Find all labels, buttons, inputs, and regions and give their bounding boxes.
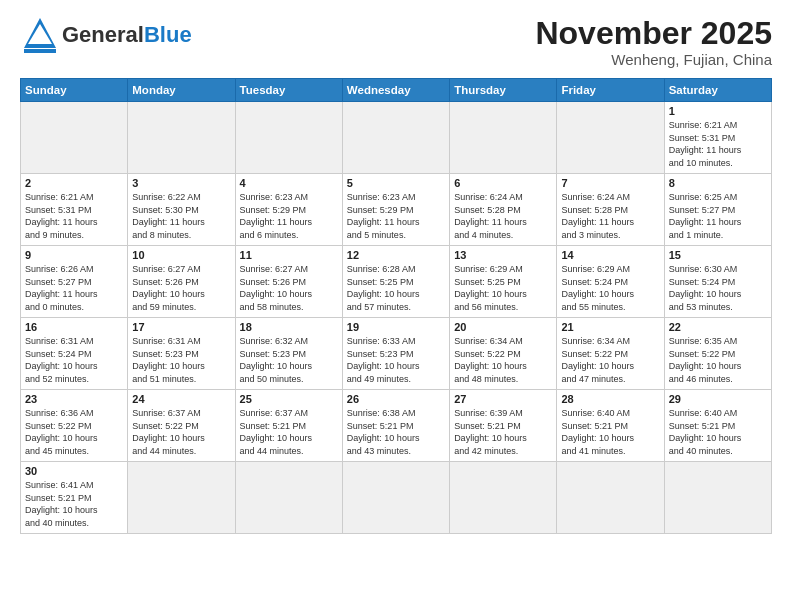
svg-rect-2	[24, 49, 56, 53]
calendar-week-0: 1Sunrise: 6:21 AM Sunset: 5:31 PM Daylig…	[21, 102, 772, 174]
calendar-day: 15Sunrise: 6:30 AM Sunset: 5:24 PM Dayli…	[664, 246, 771, 318]
day-info: Sunrise: 6:27 AM Sunset: 5:26 PM Dayligh…	[240, 263, 338, 313]
calendar-day: 1Sunrise: 6:21 AM Sunset: 5:31 PM Daylig…	[664, 102, 771, 174]
day-number: 9	[25, 249, 123, 261]
day-number: 21	[561, 321, 659, 333]
calendar-day: 21Sunrise: 6:34 AM Sunset: 5:22 PM Dayli…	[557, 318, 664, 390]
day-info: Sunrise: 6:34 AM Sunset: 5:22 PM Dayligh…	[454, 335, 552, 385]
calendar-day: 16Sunrise: 6:31 AM Sunset: 5:24 PM Dayli…	[21, 318, 128, 390]
calendar-week-3: 16Sunrise: 6:31 AM Sunset: 5:24 PM Dayli…	[21, 318, 772, 390]
day-info: Sunrise: 6:31 AM Sunset: 5:24 PM Dayligh…	[25, 335, 123, 385]
day-number: 13	[454, 249, 552, 261]
day-info: Sunrise: 6:21 AM Sunset: 5:31 PM Dayligh…	[669, 119, 767, 169]
page-title: November 2025	[535, 16, 772, 51]
calendar-day: 19Sunrise: 6:33 AM Sunset: 5:23 PM Dayli…	[342, 318, 449, 390]
calendar-day: 3Sunrise: 6:22 AM Sunset: 5:30 PM Daylig…	[128, 174, 235, 246]
calendar-day: 27Sunrise: 6:39 AM Sunset: 5:21 PM Dayli…	[450, 390, 557, 462]
day-number: 24	[132, 393, 230, 405]
calendar-day	[342, 462, 449, 533]
day-number: 6	[454, 177, 552, 189]
calendar-day	[664, 462, 771, 533]
calendar-day: 28Sunrise: 6:40 AM Sunset: 5:21 PM Dayli…	[557, 390, 664, 462]
col-friday: Friday	[557, 79, 664, 102]
header: GeneralBlue November 2025 Wenheng, Fujia…	[20, 16, 772, 68]
calendar-day	[21, 102, 128, 174]
day-number: 22	[669, 321, 767, 333]
day-number: 7	[561, 177, 659, 189]
day-info: Sunrise: 6:37 AM Sunset: 5:21 PM Dayligh…	[240, 407, 338, 457]
day-info: Sunrise: 6:24 AM Sunset: 5:28 PM Dayligh…	[561, 191, 659, 241]
calendar-day	[235, 462, 342, 533]
day-number: 4	[240, 177, 338, 189]
day-info: Sunrise: 6:36 AM Sunset: 5:22 PM Dayligh…	[25, 407, 123, 457]
calendar-day: 9Sunrise: 6:26 AM Sunset: 5:27 PM Daylig…	[21, 246, 128, 318]
calendar-day: 23Sunrise: 6:36 AM Sunset: 5:22 PM Dayli…	[21, 390, 128, 462]
day-number: 27	[454, 393, 552, 405]
day-number: 18	[240, 321, 338, 333]
calendar-week-5: 30Sunrise: 6:41 AM Sunset: 5:21 PM Dayli…	[21, 462, 772, 533]
day-number: 30	[25, 465, 123, 477]
calendar-day: 30Sunrise: 6:41 AM Sunset: 5:21 PM Dayli…	[21, 462, 128, 533]
day-info: Sunrise: 6:37 AM Sunset: 5:22 PM Dayligh…	[132, 407, 230, 457]
calendar-day: 10Sunrise: 6:27 AM Sunset: 5:26 PM Dayli…	[128, 246, 235, 318]
calendar-day: 22Sunrise: 6:35 AM Sunset: 5:22 PM Dayli…	[664, 318, 771, 390]
calendar-header: Sunday Monday Tuesday Wednesday Thursday…	[21, 79, 772, 102]
day-number: 20	[454, 321, 552, 333]
calendar-day	[342, 102, 449, 174]
day-number: 11	[240, 249, 338, 261]
logo-text: GeneralBlue	[62, 22, 192, 48]
day-number: 3	[132, 177, 230, 189]
day-number: 19	[347, 321, 445, 333]
calendar-day: 12Sunrise: 6:28 AM Sunset: 5:25 PM Dayli…	[342, 246, 449, 318]
day-info: Sunrise: 6:40 AM Sunset: 5:21 PM Dayligh…	[561, 407, 659, 457]
calendar-day: 2Sunrise: 6:21 AM Sunset: 5:31 PM Daylig…	[21, 174, 128, 246]
day-number: 5	[347, 177, 445, 189]
col-sunday: Sunday	[21, 79, 128, 102]
page: GeneralBlue November 2025 Wenheng, Fujia…	[0, 0, 792, 612]
title-block: November 2025 Wenheng, Fujian, China	[535, 16, 772, 68]
calendar-day: 25Sunrise: 6:37 AM Sunset: 5:21 PM Dayli…	[235, 390, 342, 462]
day-info: Sunrise: 6:33 AM Sunset: 5:23 PM Dayligh…	[347, 335, 445, 385]
day-info: Sunrise: 6:26 AM Sunset: 5:27 PM Dayligh…	[25, 263, 123, 313]
logo-icon	[20, 16, 60, 54]
calendar-day	[128, 102, 235, 174]
day-info: Sunrise: 6:29 AM Sunset: 5:25 PM Dayligh…	[454, 263, 552, 313]
col-tuesday: Tuesday	[235, 79, 342, 102]
calendar-day: 8Sunrise: 6:25 AM Sunset: 5:27 PM Daylig…	[664, 174, 771, 246]
calendar-day: 4Sunrise: 6:23 AM Sunset: 5:29 PM Daylig…	[235, 174, 342, 246]
day-info: Sunrise: 6:41 AM Sunset: 5:21 PM Dayligh…	[25, 479, 123, 529]
day-info: Sunrise: 6:25 AM Sunset: 5:27 PM Dayligh…	[669, 191, 767, 241]
calendar-day	[128, 462, 235, 533]
day-number: 10	[132, 249, 230, 261]
day-info: Sunrise: 6:40 AM Sunset: 5:21 PM Dayligh…	[669, 407, 767, 457]
day-number: 12	[347, 249, 445, 261]
day-info: Sunrise: 6:24 AM Sunset: 5:28 PM Dayligh…	[454, 191, 552, 241]
day-info: Sunrise: 6:34 AM Sunset: 5:22 PM Dayligh…	[561, 335, 659, 385]
day-info: Sunrise: 6:31 AM Sunset: 5:23 PM Dayligh…	[132, 335, 230, 385]
day-number: 23	[25, 393, 123, 405]
day-info: Sunrise: 6:28 AM Sunset: 5:25 PM Dayligh…	[347, 263, 445, 313]
day-number: 25	[240, 393, 338, 405]
calendar-day	[557, 462, 664, 533]
col-wednesday: Wednesday	[342, 79, 449, 102]
calendar-day: 24Sunrise: 6:37 AM Sunset: 5:22 PM Dayli…	[128, 390, 235, 462]
col-thursday: Thursday	[450, 79, 557, 102]
calendar-day: 5Sunrise: 6:23 AM Sunset: 5:29 PM Daylig…	[342, 174, 449, 246]
calendar-day: 20Sunrise: 6:34 AM Sunset: 5:22 PM Dayli…	[450, 318, 557, 390]
day-info: Sunrise: 6:38 AM Sunset: 5:21 PM Dayligh…	[347, 407, 445, 457]
calendar-day: 18Sunrise: 6:32 AM Sunset: 5:23 PM Dayli…	[235, 318, 342, 390]
col-saturday: Saturday	[664, 79, 771, 102]
calendar-day: 11Sunrise: 6:27 AM Sunset: 5:26 PM Dayli…	[235, 246, 342, 318]
day-info: Sunrise: 6:35 AM Sunset: 5:22 PM Dayligh…	[669, 335, 767, 385]
calendar-day: 7Sunrise: 6:24 AM Sunset: 5:28 PM Daylig…	[557, 174, 664, 246]
day-info: Sunrise: 6:22 AM Sunset: 5:30 PM Dayligh…	[132, 191, 230, 241]
day-number: 29	[669, 393, 767, 405]
calendar-day: 17Sunrise: 6:31 AM Sunset: 5:23 PM Dayli…	[128, 318, 235, 390]
day-number: 15	[669, 249, 767, 261]
calendar-week-4: 23Sunrise: 6:36 AM Sunset: 5:22 PM Dayli…	[21, 390, 772, 462]
calendar-day	[235, 102, 342, 174]
calendar-day: 6Sunrise: 6:24 AM Sunset: 5:28 PM Daylig…	[450, 174, 557, 246]
day-number: 8	[669, 177, 767, 189]
day-info: Sunrise: 6:23 AM Sunset: 5:29 PM Dayligh…	[347, 191, 445, 241]
calendar-body: 1Sunrise: 6:21 AM Sunset: 5:31 PM Daylig…	[21, 102, 772, 533]
